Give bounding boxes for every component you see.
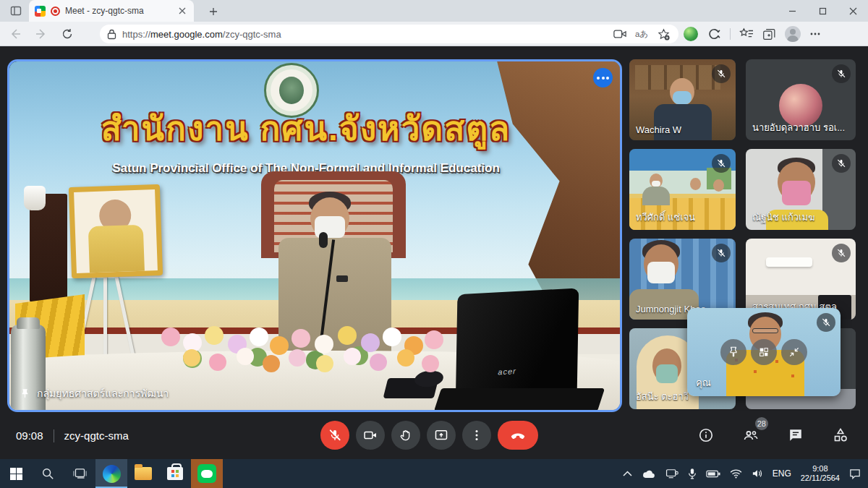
present-button[interactable]	[427, 421, 456, 450]
activities-button[interactable]	[826, 421, 855, 450]
forward-arrow-icon	[35, 28, 47, 40]
window-close-button[interactable]	[838, 0, 868, 22]
action-center-button[interactable]	[849, 468, 861, 479]
call-end-icon	[509, 427, 527, 444]
window-controls	[777, 0, 868, 22]
meet-stage: สำนักงาน กศน.จังหวัดสตูล Satun Provincia…	[0, 46, 868, 459]
taskbar-search-button[interactable]	[32, 459, 64, 488]
meeting-details-button[interactable]	[692, 421, 720, 450]
start-button[interactable]	[0, 459, 32, 488]
minimize-self-view-button[interactable]	[781, 339, 807, 365]
profile-avatar[interactable]	[785, 26, 801, 42]
file-explorer-icon	[135, 467, 152, 480]
portrait-uniform	[88, 225, 145, 278]
language-indicator[interactable]: ENG	[773, 468, 791, 479]
refresh-button[interactable]	[56, 25, 78, 43]
hand-icon	[399, 428, 413, 442]
new-tab-button[interactable]	[205, 4, 221, 20]
camera-icon	[363, 428, 378, 442]
show-in-grid-button[interactable]	[751, 339, 777, 365]
present-icon	[434, 428, 448, 442]
grid-icon	[758, 346, 770, 358]
laptop-base	[434, 388, 605, 411]
self-view-tile[interactable]: คุณ	[687, 308, 841, 396]
tab-close-button[interactable]	[176, 5, 188, 17]
line-app-icon	[197, 464, 216, 483]
taskbar-file-explorer-button[interactable]	[127, 459, 159, 488]
participant-tile[interactable]: Wachira W	[629, 59, 736, 140]
mic-toggle-button[interactable]	[320, 421, 349, 450]
maximize-icon	[819, 7, 827, 15]
wifi-icon[interactable]	[730, 469, 742, 479]
address-bar[interactable]: https://meet.google.com/zcy-qgtc-sma aあ	[100, 25, 678, 43]
window-minimize-button[interactable]	[777, 0, 807, 22]
self-label: คุณ	[696, 375, 711, 390]
volume-icon[interactable]	[752, 468, 763, 479]
toolbar-separator	[730, 28, 731, 40]
camera-toggle-button[interactable]	[356, 421, 385, 450]
name-tag	[336, 275, 348, 282]
participant-body	[642, 187, 670, 205]
tile-options-button[interactable]	[593, 68, 613, 87]
participant-name: นายอับดุลวาฮาบ รอเ...	[752, 120, 845, 135]
tray-expand-button[interactable]	[623, 471, 632, 476]
translate-icon[interactable]: aあ	[634, 26, 650, 42]
add-favorite-icon[interactable]	[655, 26, 671, 42]
participant-name: ทวีศักดิ์ แซ่เจน	[636, 210, 695, 225]
taskbar-store-button[interactable]	[159, 459, 191, 488]
onedrive-icon[interactable]	[642, 469, 656, 479]
download-manager-extension-icon[interactable]	[684, 27, 698, 41]
screen-cast-icon[interactable]	[665, 468, 678, 479]
battery-icon[interactable]	[706, 470, 720, 478]
air-conditioner	[766, 257, 812, 267]
participant-face	[690, 178, 701, 190]
face-mask	[673, 91, 692, 104]
browser-tab-strip: Meet - zcy-qgtc-sma	[0, 0, 868, 22]
camera-in-use-icon[interactable]	[612, 26, 628, 42]
extension-icon[interactable]	[707, 27, 721, 41]
vase	[24, 186, 46, 210]
task-view-button[interactable]	[64, 459, 95, 488]
mic-muted-icon	[712, 154, 731, 173]
back-button[interactable]	[4, 25, 26, 43]
taskbar-edge-button[interactable]	[95, 459, 127, 488]
more-options-button[interactable]	[462, 421, 491, 450]
leave-call-button[interactable]	[498, 421, 538, 450]
pin-self-button[interactable]	[720, 339, 746, 365]
pinned-video-tile[interactable]: สำนักงาน กศน.จังหวัดสตูล Satun Provincia…	[7, 59, 622, 412]
window-maximize-button[interactable]	[807, 0, 838, 22]
settings-menu-button[interactable]	[809, 28, 821, 40]
royal-portrait	[69, 184, 163, 278]
favorites-button[interactable]	[739, 27, 754, 40]
main-video-scene: สำนักงาน กศน.จังหวัดสตูล Satun Provincia…	[9, 61, 620, 410]
vertical-tabs-button[interactable]	[7, 4, 25, 18]
forward-button[interactable]	[30, 25, 52, 43]
more-vertical-icon	[469, 428, 484, 442]
participants-button[interactable]: 28	[736, 421, 765, 450]
taskbar-line-button[interactable]	[191, 459, 223, 488]
meeting-code: zcy-qgtc-sma	[64, 429, 129, 442]
time: 9:08	[812, 464, 827, 473]
speaker-uniform	[278, 238, 391, 354]
participants-count-badge: 28	[755, 417, 768, 430]
raise-hand-button[interactable]	[391, 421, 420, 450]
microphone-tray-icon[interactable]	[688, 468, 697, 479]
face-mask	[656, 364, 678, 383]
flower-arrangement	[161, 328, 180, 346]
active-tab[interactable]: Meet - zcy-qgtc-sma	[29, 0, 194, 22]
pin-icon	[728, 346, 739, 358]
participant-name: ณัฐนิช แก้วเมฆ	[752, 210, 815, 225]
windows-logo-icon	[10, 468, 22, 480]
windows-taskbar: ENG 9:0822/11/2564	[0, 459, 868, 488]
chat-button[interactable]	[781, 421, 810, 450]
collections-button[interactable]	[762, 27, 776, 41]
participant-tile[interactable]: ณัฐนิช แก้วเมฆ	[746, 149, 856, 230]
close-icon	[849, 7, 857, 15]
mic-muted-icon	[832, 64, 851, 83]
extension-area	[684, 25, 821, 43]
tab-title: Meet - zcy-qgtc-sma	[65, 6, 171, 16]
participant-tile[interactable]: นายอับดุลวาฮาบ รอเ...	[746, 59, 856, 140]
participant-tile[interactable]: ทวีศักดิ์ แซ่เจน	[629, 149, 736, 230]
taskbar-clock[interactable]: 9:0822/11/2564	[801, 464, 840, 483]
mic-muted-icon	[712, 64, 731, 83]
